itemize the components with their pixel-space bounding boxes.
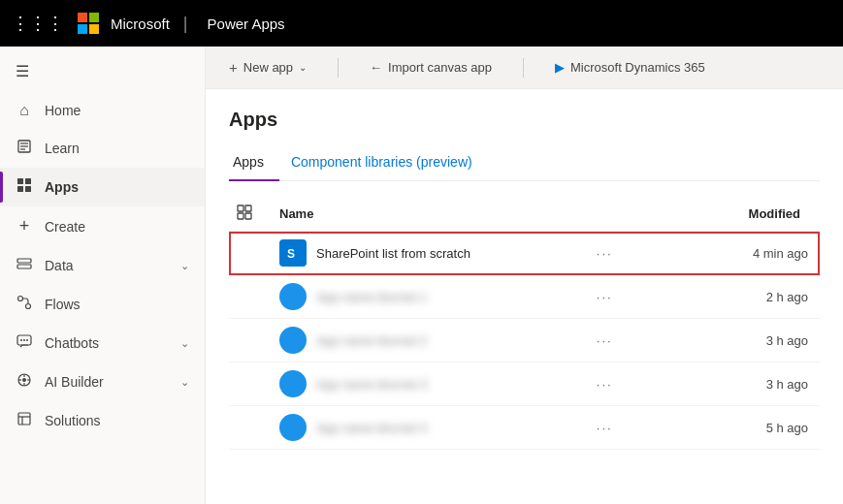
- table-row[interactable]: SSharePoint list from scratch···4 min ag…: [229, 232, 820, 275]
- table-row[interactable]: App name blurred 3···3 h ago: [229, 362, 820, 406]
- svg-rect-5: [25, 178, 31, 184]
- hamburger-button[interactable]: ☰: [0, 54, 205, 92]
- ai-builder-chevron-icon: ⌄: [180, 376, 189, 389]
- table-row[interactable]: App name blurred 2···3 h ago: [229, 319, 820, 362]
- app-name-label: App name blurred 2: [316, 333, 427, 348]
- apps-table: Name Modified SSharePoint list from scra…: [229, 197, 820, 450]
- svg-text:S: S: [287, 247, 295, 261]
- app-title: Power Apps: [208, 16, 285, 32]
- app-icon: [279, 370, 307, 397]
- data-icon: [16, 256, 33, 275]
- svg-rect-26: [245, 205, 251, 211]
- row-more-button[interactable]: ···: [564, 406, 647, 450]
- dynamics-button[interactable]: ▶ Microsoft Dynamics 365: [547, 56, 713, 79]
- action-bar: + New app ⌄ ← Import canvas app ▶ Micros…: [206, 47, 843, 89]
- page-content: Apps Apps Component libraries (preview) …: [206, 89, 843, 504]
- home-icon: ⌂: [16, 102, 33, 119]
- sidebar-item-create[interactable]: + Create: [0, 206, 205, 246]
- svg-rect-8: [17, 259, 31, 263]
- new-app-chevron-icon: ⌄: [299, 62, 307, 73]
- sidebar-item-flows[interactable]: Flows: [0, 285, 205, 324]
- app-icon: S: [279, 239, 307, 267]
- modified-time: 4 min ago: [646, 232, 820, 275]
- flows-icon: [16, 295, 33, 314]
- dynamics-icon: ▶: [555, 60, 565, 75]
- sidebar-label-data: Data: [45, 258, 74, 273]
- app-name-cell: App name blurred 4: [268, 406, 564, 450]
- svg-point-11: [26, 304, 31, 309]
- modified-time: 2 h ago: [646, 275, 820, 319]
- data-chevron-icon: ⌄: [180, 260, 189, 272]
- app-icon: [279, 327, 307, 354]
- solutions-icon: [16, 411, 33, 430]
- tabs-bar: Apps Component libraries (preview): [229, 146, 820, 181]
- sidebar-label-chatbots: Chatbots: [45, 335, 99, 351]
- sidebar-item-data[interactable]: Data ⌄: [0, 246, 205, 285]
- page-title: Apps: [229, 109, 820, 131]
- svg-point-14: [23, 339, 25, 341]
- divider-2: [523, 58, 524, 78]
- app-name-cell: App name blurred 2: [268, 319, 564, 362]
- table-row[interactable]: App name blurred 4···5 h ago: [229, 406, 820, 450]
- sidebar-label-create: Create: [45, 219, 85, 235]
- app-name-label: SharePoint list from scratch: [316, 246, 470, 261]
- svg-rect-27: [238, 213, 243, 219]
- new-app-button[interactable]: + New app ⌄: [221, 55, 314, 79]
- content-area: + New app ⌄ ← Import canvas app ▶ Micros…: [206, 47, 843, 504]
- sidebar-item-ai-builder[interactable]: AI Builder ⌄: [0, 362, 205, 401]
- app-name-label: App name blurred 3: [316, 377, 427, 392]
- tab-component-libraries[interactable]: Component libraries (preview): [287, 146, 488, 181]
- svg-point-17: [22, 378, 26, 382]
- svg-point-15: [26, 339, 28, 341]
- app-name-label: App name blurred 4: [316, 421, 427, 435]
- sidebar-label-learn: Learn: [45, 141, 80, 156]
- svg-rect-7: [25, 186, 31, 192]
- svg-point-10: [18, 297, 23, 301]
- svg-rect-6: [17, 186, 23, 192]
- col-header-modified: Modified: [646, 197, 820, 232]
- svg-rect-25: [238, 205, 243, 211]
- learn-icon: [16, 139, 33, 158]
- modified-time: 5 h ago: [646, 406, 820, 450]
- sidebar-item-learn[interactable]: Learn: [0, 129, 205, 168]
- import-icon: ←: [370, 60, 382, 75]
- apps-icon: [16, 177, 33, 197]
- sidebar: ☰ ⌂ Home Learn Apps + Create Data ⌄: [0, 47, 206, 504]
- modified-time: 3 h ago: [646, 319, 820, 362]
- tab-apps[interactable]: Apps: [229, 146, 279, 181]
- table-row[interactable]: App name blurred 1···2 h ago: [229, 275, 820, 319]
- sidebar-label-apps: Apps: [45, 179, 79, 195]
- create-icon: +: [16, 216, 33, 236]
- svg-point-13: [20, 339, 22, 341]
- sidebar-item-chatbots[interactable]: Chatbots ⌄: [0, 324, 205, 362]
- row-more-button[interactable]: ···: [564, 275, 647, 319]
- filter-icon[interactable]: [237, 207, 252, 223]
- app-icon: [279, 283, 307, 310]
- svg-rect-9: [17, 265, 31, 268]
- svg-rect-28: [245, 213, 251, 219]
- col-header-name: Name: [268, 197, 564, 232]
- svg-rect-4: [17, 178, 23, 184]
- waffle-icon[interactable]: ⋮⋮⋮: [12, 13, 64, 34]
- svg-rect-22: [18, 413, 30, 425]
- chatbots-chevron-icon: ⌄: [180, 337, 189, 350]
- divider-1: [338, 58, 339, 78]
- row-more-button[interactable]: ···: [564, 232, 647, 275]
- app-icon: [279, 414, 307, 441]
- sidebar-item-home[interactable]: ⌂ Home: [0, 92, 205, 129]
- microsoft-label: Microsoft: [111, 16, 170, 32]
- app-name-cell: App name blurred 3: [268, 362, 564, 406]
- sidebar-label-home: Home: [45, 103, 81, 118]
- row-more-button[interactable]: ···: [564, 362, 647, 406]
- new-app-icon: +: [229, 59, 238, 76]
- new-app-label: New app: [243, 60, 293, 75]
- app-name-cell: App name blurred 1: [268, 275, 564, 319]
- topbar: ⋮⋮⋮ Microsoft | Power Apps: [0, 0, 843, 47]
- sidebar-label-flows: Flows: [45, 297, 81, 312]
- row-more-button[interactable]: ···: [564, 319, 647, 362]
- sidebar-item-apps[interactable]: Apps: [0, 168, 205, 206]
- dynamics-label: Microsoft Dynamics 365: [570, 60, 705, 75]
- import-canvas-button[interactable]: ← Import canvas app: [362, 56, 500, 79]
- modified-time: 3 h ago: [646, 362, 820, 406]
- sidebar-item-solutions[interactable]: Solutions: [0, 401, 205, 440]
